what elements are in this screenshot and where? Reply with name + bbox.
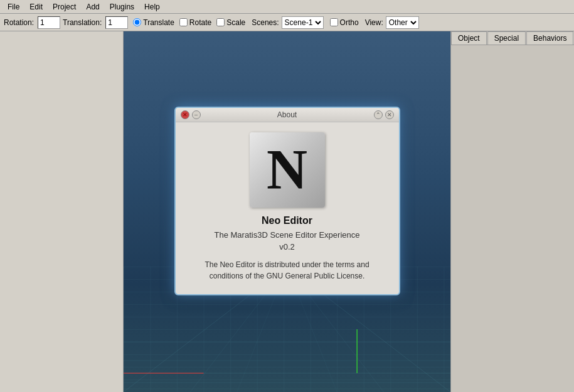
menu-add[interactable]: Add [81, 1, 104, 13]
toolbar: Rotation: Translation: Translate Rotate … [0, 14, 574, 31]
right-panel: Object Special Behaviors [450, 31, 574, 392]
left-panel [0, 31, 124, 392]
scale-group: Scale [216, 18, 245, 27]
about-logo: N [250, 132, 325, 208]
menu-file[interactable]: File [3, 1, 24, 13]
about-title: About [201, 110, 374, 119]
translate-radio[interactable] [133, 18, 141, 26]
view-label: View: [365, 18, 383, 27]
menu-edit[interactable]: Edit [24, 1, 48, 13]
ortho-label: Ortho [340, 18, 359, 27]
about-titlebar: ✕ – About ⌃ ✕ [176, 108, 399, 122]
rotate-label: Rotate [189, 18, 211, 27]
translation-input[interactable] [105, 16, 128, 29]
menu-plugins[interactable]: Plugins [105, 1, 139, 13]
about-dialog: ✕ – About ⌃ ✕ N Neo Editor The Maratis3D… [174, 107, 400, 295]
view-select[interactable]: Other [386, 16, 419, 29]
about-titlebar-left: ✕ – [181, 110, 201, 119]
menu-project[interactable]: Project [48, 1, 81, 13]
about-license: The Neo Editor is distributed under the … [188, 259, 386, 282]
about-subtitle: The Maratis3D Scene Editor Experience [215, 230, 360, 240]
ortho-checkbox[interactable] [330, 18, 338, 26]
about-version: v0.2 [279, 242, 295, 252]
center-viewport[interactable]: ✕ – About ⌃ ✕ N Neo Editor The Maratis3D… [124, 31, 450, 392]
about-content: N Neo Editor The Maratis3D Scene Editor … [176, 122, 399, 294]
rotate-checkbox[interactable] [179, 18, 188, 26]
about-collapse-button[interactable]: ⌃ [374, 110, 383, 119]
menubar: File Edit Project Add Plugins Help [0, 0, 574, 14]
about-minimize-button[interactable]: – [192, 110, 201, 119]
right-tabs: Object Special Behaviors [451, 31, 574, 45]
translation-label: Translation: [63, 18, 102, 27]
tab-behaviors[interactable]: Behaviors [526, 31, 573, 45]
main-layout: ✕ – About ⌃ ✕ N Neo Editor The Maratis3D… [0, 31, 574, 392]
scenes-label: Scenes: [252, 18, 279, 27]
rotation-label: Rotation: [4, 18, 34, 27]
rotation-input[interactable] [38, 16, 60, 29]
about-logo-letter: N [267, 142, 307, 198]
menu-help[interactable]: Help [139, 1, 165, 13]
translate-group: Translate [133, 18, 174, 27]
about-close-button[interactable]: ✕ [181, 110, 189, 119]
tab-special[interactable]: Special [487, 31, 526, 45]
rotate-group: Rotate [179, 18, 211, 27]
about-close-button2[interactable]: ✕ [385, 110, 394, 119]
scale-label: Scale [226, 18, 245, 27]
translate-label: Translate [143, 18, 174, 27]
scenes-select[interactable]: Scene-1 [282, 16, 324, 29]
scale-checkbox[interactable] [216, 18, 225, 26]
ortho-group: Ortho [330, 18, 359, 27]
about-titlebar-right: ⌃ ✕ [374, 110, 394, 119]
tab-object[interactable]: Object [451, 31, 487, 45]
about-app-name: Neo Editor [262, 215, 312, 226]
